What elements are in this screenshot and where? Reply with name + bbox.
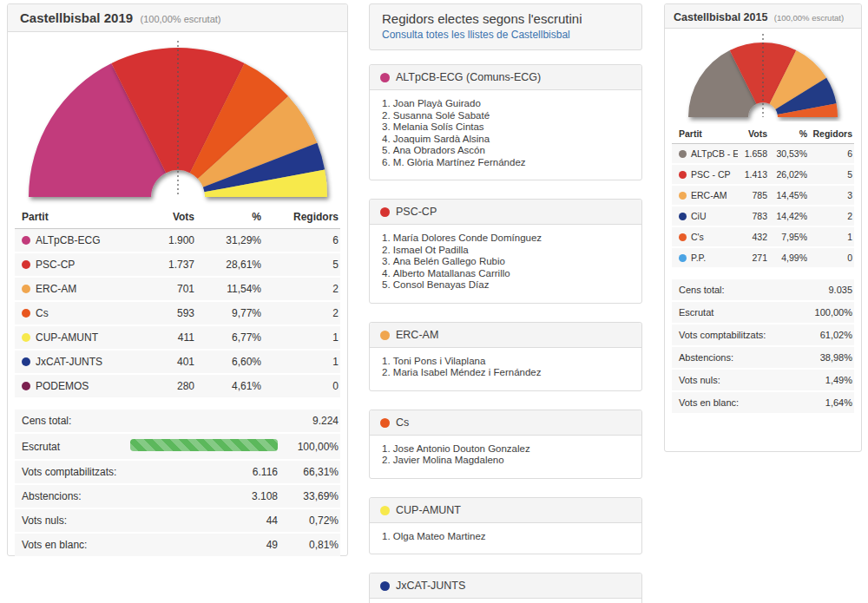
escrutat-progress-bar [130,439,278,451]
elected-member: Joaquim Sardà Alsina [382,134,631,146]
escrutat-label: Escrutat [679,307,783,318]
party-card-header: ALTpCB-ECG (Comuns-ECG) [370,65,641,90]
elected-members-list: María Dolores Conde DomínguezIsmael Ot P… [370,233,641,292]
party-seats: 1 [807,226,854,247]
escrutat-label: Escrutat [22,441,130,453]
party-name: P.P. [691,252,706,263]
party-percent: 26,02% [767,164,807,185]
party-color-dot [22,382,30,390]
party-card-title: Cs [396,416,409,429]
party-color-dot [22,333,30,342]
party-color-dot [380,331,390,340]
col-partit: Partit [672,124,738,144]
col-regidors: Regidors [807,124,854,144]
party-votes: 411 [146,325,194,350]
nuls-label: Vots nuls: [22,515,130,527]
party-card-header: ERC-AM [370,323,641,348]
party-name: JxCAT-JUNTS [36,356,102,368]
party-color-dot [679,213,687,220]
col-partit: Partit [15,206,146,229]
abstencions-value: 3.108 [130,490,278,502]
summary-row-cens: Cens total: 9.035 [672,279,854,302]
comptabilitzats-value: 6.116 [130,466,278,478]
party-name: ALTpCB-ECG [36,234,100,246]
panel-2015-header: Castellbisbal 2015 (100,00% escrutat) [665,4,861,29]
party-card-title: JxCAT-JUNTS [396,580,465,592]
party-votes: 783 [738,206,767,226]
summary-row-abstencions: Abstencions: 3.108 33,69% [15,485,340,509]
abstencions-label: Abstencions: [679,352,783,363]
party-name: ERC-AM [36,283,76,295]
nuls-label: Vots nuls: [679,375,783,385]
party-name: PSC-CP [36,259,75,271]
party-name: CUP-AMUNT [36,331,98,344]
party-color-dot [380,418,390,428]
elected-member: María Dolores Conde Domínguez [382,233,631,245]
party-percent: 6,60% [194,350,261,374]
summary-row-abstencions: Abstencions: 38,98% [672,347,854,370]
party-card-header: PSC-CP [370,200,641,225]
party-color-dot [22,260,30,269]
party-seats: 0 [261,374,340,398]
party-table-row: PSC - CP 1.413 26,02% 5 [672,164,854,185]
panel-2015-title: Castellbisbal 2015 [674,11,767,23]
col-regidors: Regidors [261,206,340,229]
col-vots: Vots [146,206,194,229]
party-votes: 271 [738,247,767,268]
summary-2019: Cens total: 9.224 Escrutat 100,00% Vots … [15,410,340,558]
party-seats: 0 [807,247,854,268]
elected-member: Ana Belén Gallego Rubio [382,256,631,268]
party-votes: 401 [146,350,194,374]
results-table-2015-wrap: Partit Vots % Regidors ALTpCB - E 1.658 … [665,124,861,269]
party-card-header: CUP-AMUNT [370,498,641,523]
elected-members-list: Toni Pons i VilaplanaMaria Isabel Méndez… [370,356,641,379]
party-percent: 14,42% [767,206,807,226]
party-color-dot [380,506,390,515]
elected-members-list: Joan Playà GuiradoSusanna Solé SabatéMel… [370,98,641,168]
party-table-row: PODEMOS 280 4,61% 0 [15,374,340,398]
summary-2015: Cens total: 9.035 Escrutat 100,00% Vots … [672,279,854,415]
abstencions-pct: 33,69% [278,490,339,502]
party-cards-list: ALTpCB-ECG (Comuns-ECG) Joan Playà Guira… [369,64,642,603]
elected-member: Melania Solís Cintas [382,121,631,134]
party-color-dot [22,236,30,245]
summary-row-cens: Cens total: 9.224 [15,410,340,434]
panel-2019-header: Castellbisbal 2019 (100,00% escrutat) [8,4,347,32]
comptabilitzats-label: Vots comptabilitzats: [22,466,130,478]
party-percent: 28,61% [194,252,261,277]
panel-2015-subtitle: (100,00% escrutat) [774,13,844,23]
party-name: PODEMOS [36,380,89,392]
elected-member: Toni Pons i Vilaplana [382,356,631,368]
party-percent: 30,53% [767,144,807,165]
party-table-row: PSC-CP 1.737 28,61% 5 [15,252,340,277]
party-card-title: ERC-AM [396,329,438,341]
party-name: ERC-AM [691,190,727,200]
elected-header-card: Regidors electes segons l'escrutini Cons… [369,3,642,50]
elected-members-list: Jose Antonio Douton GonzalezJavier Molin… [370,443,641,467]
party-card-title: CUP-AMUNT [396,504,461,516]
party-table-row: ERC-AM 785 14,45% 3 [672,185,854,206]
party-votes: 432 [738,226,767,247]
blanc-pct: 0,81% [278,539,339,551]
party-card: JxCAT-JUNTS Gemma Margarit Alsina [369,573,642,603]
party-color-dot [679,254,687,262]
party-votes: 593 [146,301,194,325]
all-lists-link[interactable]: Consulta totes les llistes de Castellbis… [382,29,570,41]
party-seats: 2 [261,277,340,301]
party-table-row: CUP-AMUNT 411 6,77% 1 [15,325,340,350]
party-name: ALTpCB - E [691,148,738,159]
party-table-row: P.P. 271 4,99% 0 [672,247,854,268]
party-seats: 6 [261,229,340,253]
party-color-dot [22,309,30,318]
party-card: CUP-AMUNT Olga Mateo Martinez [369,497,642,555]
party-color-dot [22,357,30,366]
panel-2019-title: Castellbisbal 2019 [20,10,133,25]
party-seats: 2 [261,301,340,325]
party-percent: 6,77% [194,325,261,350]
party-votes: 701 [146,277,194,301]
party-color-dot [679,192,687,200]
party-table-row: CiU 783 14,42% 2 [672,206,854,226]
party-table-row: ERC-AM 701 11,54% 2 [15,277,340,301]
elected-column: Regidors electes segons l'escrutini Cons… [369,3,642,603]
party-color-dot [679,171,687,179]
